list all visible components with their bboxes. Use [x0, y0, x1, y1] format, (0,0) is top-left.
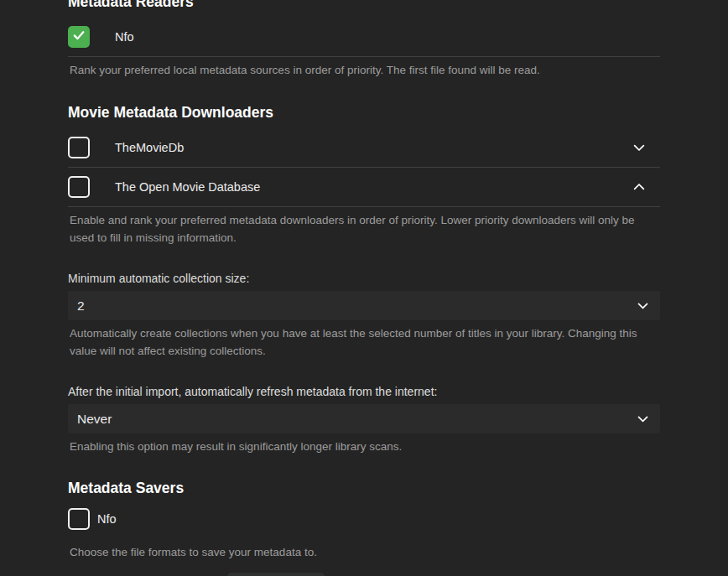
refresh-interval-help: Enabling this option may result in signi… [70, 438, 660, 455]
save-button[interactable] [227, 573, 325, 576]
downloader-row-themoviedb[interactable]: TheMovieDb [68, 128, 660, 168]
themoviedb-checkbox[interactable] [68, 137, 90, 158]
metadata-readers-heading: Metadata Readers [68, 0, 660, 10]
nfo-saver-label: Nfo [97, 512, 117, 526]
themoviedb-label: TheMovieDb [115, 141, 632, 154]
metadata-savers-heading: Metadata Savers [68, 480, 660, 496]
metadata-saver-row-nfo[interactable]: Nfo [68, 508, 660, 530]
refresh-interval-label: After the initial import, automatically … [68, 384, 660, 399]
collection-size-label: Minimum automatic collection size: [68, 271, 660, 286]
open-movie-database-label: The Open Movie Database [115, 180, 632, 194]
movie-metadata-downloaders-heading: Movie Metadata Downloaders [68, 104, 660, 121]
settings-content: Metadata Readers Nfo Rank your preferred… [68, 0, 660, 561]
refresh-interval-value: Never [77, 412, 112, 427]
chevron-down-icon[interactable] [632, 141, 646, 154]
nfo-saver-checkbox[interactable] [68, 508, 90, 530]
chevron-up-icon[interactable] [632, 180, 646, 194]
collection-size-select[interactable]: 2 [68, 291, 660, 320]
refresh-interval-select[interactable]: Never [68, 404, 660, 433]
nfo-reader-label: Nfo [115, 30, 660, 44]
chevron-down-icon [637, 299, 649, 312]
checkmark-icon [71, 28, 86, 46]
metadata-reader-row-nfo[interactable]: Nfo [68, 18, 660, 57]
collection-size-value: 2 [77, 298, 85, 314]
open-movie-database-checkbox[interactable] [68, 176, 90, 198]
metadata-readers-help: Rank your preferred local metadata sourc… [70, 61, 660, 79]
nfo-reader-checkbox[interactable] [68, 26, 90, 48]
movie-metadata-downloaders-help: Enable and rank your preferred metadata … [70, 211, 660, 246]
chevron-down-icon [637, 413, 649, 425]
collection-size-help: Automatically create collections when yo… [70, 324, 660, 360]
metadata-savers-help: Choose the file formats to save your met… [70, 543, 660, 561]
downloader-row-open-movie-database[interactable]: The Open Movie Database [68, 168, 660, 207]
